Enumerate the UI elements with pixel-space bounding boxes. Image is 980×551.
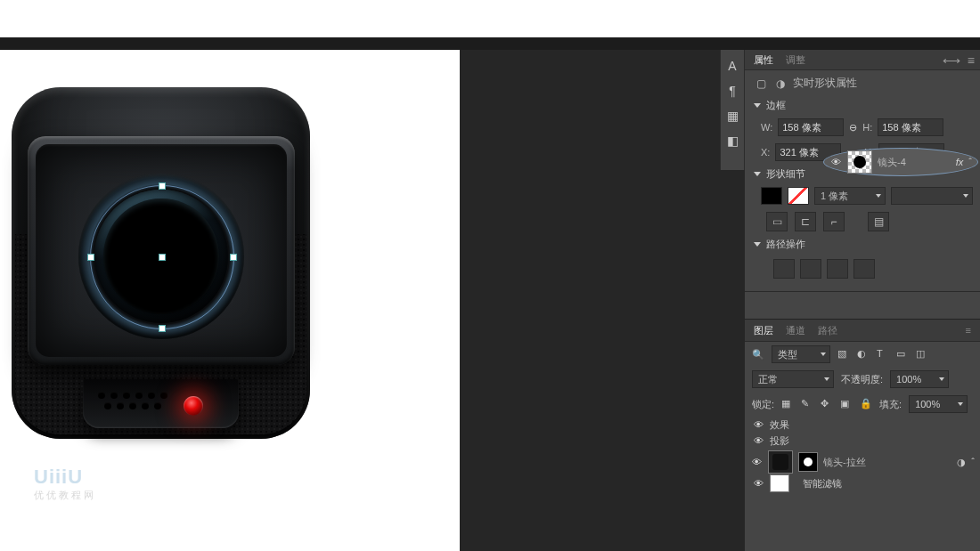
section-shape[interactable]: 形状细节 [766, 167, 805, 181]
layer-thumb[interactable] [768, 450, 793, 474]
live-shape-icon: ▢ [754, 77, 768, 90]
fill-label: 填充: [879, 398, 902, 411]
fill-input[interactable]: 100% [909, 395, 968, 413]
smart-icon[interactable]: ◑ [957, 457, 966, 468]
panel-menu-icons[interactable]: ⟷≡ [939, 50, 978, 71]
corner-style-button[interactable]: ⌐ [823, 212, 845, 231]
layers-panel-tabs[interactable]: 图层 通道 路径 ≡ [745, 319, 980, 342]
y-input[interactable]: 183 像素 [878, 143, 944, 161]
tab-properties[interactable]: 属性 [754, 53, 773, 67]
tab-adjustments[interactable]: 调整 [786, 53, 805, 67]
properties-title: 实时形状属性 [793, 76, 857, 91]
stroke-style-dropdown[interactable] [891, 187, 973, 205]
smart-filter-mask[interactable] [770, 474, 789, 492]
pathop-exclude[interactable] [853, 259, 875, 279]
pathop-intersect[interactable] [827, 259, 848, 279]
character-panel-icon[interactable]: A [728, 59, 736, 73]
right-panel-dock: ⟷≡ 属性 调整 ▢ ◑ 实时形状属性 边框 W: 158 像素 ⊖ H: 15… [745, 50, 980, 551]
camera-icon-artwork [12, 87, 310, 448]
cap-style-button[interactable]: ⊏ [795, 212, 816, 231]
layer-filter-type[interactable]: 类型 [772, 345, 830, 363]
pathop-subtract[interactable] [800, 259, 821, 279]
filter-adjust-icon[interactable]: ◐ [857, 348, 870, 361]
info-panel-icon[interactable]: ▦ [727, 109, 739, 123]
layer-row[interactable]: 👁 镜头-拉丝 ◑ ˆ [745, 449, 980, 475]
watermark: UiiiU 优优教程网 [34, 466, 96, 502]
filter-smart-icon[interactable]: ◫ [916, 348, 928, 361]
y-label: Y: [864, 147, 873, 158]
h-label: H: [862, 122, 872, 133]
width-input[interactable]: 158 像素 [778, 118, 844, 136]
watermark-sub: 优优教程网 [34, 489, 96, 502]
layer-mask-thumb[interactable] [798, 452, 818, 472]
watermark-brand: UiiiU [34, 466, 83, 488]
navigator-panel-icon[interactable]: ◧ [727, 134, 739, 148]
panel-menu-icon[interactable]: ≡ [968, 53, 975, 68]
link-wh-icon[interactable]: ⊖ [849, 122, 857, 134]
visibility-toggle[interactable]: 👁 [750, 457, 763, 467]
paragraph-panel-icon[interactable]: ¶ [729, 84, 736, 98]
w-label: W: [761, 122, 772, 133]
opacity-label: 不透明度: [841, 373, 883, 386]
app-menubar [0, 37, 980, 50]
stroke-options-button[interactable]: ▤ [868, 212, 889, 231]
drop-shadow-label[interactable]: 投影 [770, 434, 789, 448]
lock-all-icon[interactable]: 🔒 [860, 398, 872, 410]
tab-layers[interactable]: 图层 [754, 324, 773, 337]
effects-label[interactable]: 效果 [770, 418, 789, 432]
collapse-icon[interactable]: ⟷ [943, 53, 960, 68]
lock-label: 锁定: [752, 398, 774, 411]
collapsed-panel-strip[interactable]: A ¶ ▦ ◧ [720, 50, 745, 170]
tab-channels[interactable]: 通道 [786, 324, 805, 337]
tab-paths[interactable]: 路径 [818, 324, 837, 337]
search-icon[interactable]: 🔍 [752, 349, 764, 361]
lock-artboard-icon[interactable]: ▣ [840, 398, 853, 410]
fx-collapse-icon[interactable]: ˆ [971, 457, 975, 467]
x-input[interactable]: 321 像素 [775, 143, 841, 161]
height-input[interactable]: 158 像素 [878, 118, 943, 136]
filter-type-icon[interactable]: T [877, 348, 889, 361]
canvas-pasteboard [460, 50, 745, 551]
pathop-combine[interactable] [773, 259, 795, 279]
stroke-width-input[interactable]: 1 像素 [814, 187, 886, 205]
fill-swatch[interactable] [761, 187, 782, 205]
mask-mode-icon: ◑ [773, 77, 788, 90]
lock-pixels-icon[interactable]: ✎ [801, 398, 813, 410]
opacity-input[interactable]: 100% [890, 370, 949, 388]
layer-name[interactable]: 镜头-拉丝 [823, 456, 866, 469]
section-pathops[interactable]: 路径操作 [766, 238, 805, 251]
section-bounds[interactable]: 边框 [766, 99, 786, 112]
stroke-swatch[interactable] [788, 187, 809, 205]
smart-filters-label[interactable]: 智能滤镜 [803, 477, 842, 490]
align-stroke-button[interactable]: ▭ [766, 212, 788, 231]
x-label: X: [761, 147, 770, 158]
filter-shape-icon[interactable]: ▭ [896, 348, 909, 361]
lock-transparency-icon[interactable]: ▦ [781, 398, 794, 410]
blend-mode-dropdown[interactable]: 正常 [752, 370, 834, 388]
filter-pixel-icon[interactable]: ▧ [837, 348, 850, 361]
lock-position-icon[interactable]: ✥ [821, 398, 833, 410]
layers-panel-menu-icon[interactable]: ≡ [966, 325, 971, 336]
